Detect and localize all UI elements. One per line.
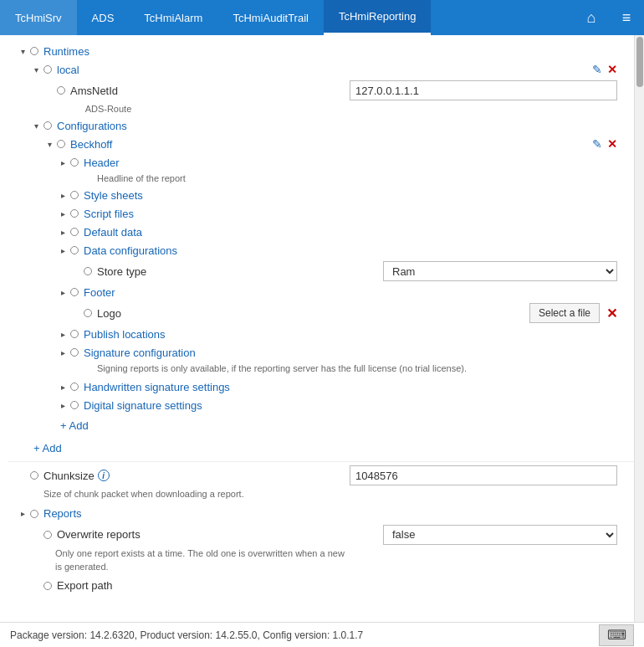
- menu-icon: ≡: [622, 9, 631, 27]
- storetype-dot: [84, 267, 92, 275]
- local-dot: [43, 65, 52, 74]
- configurations-row: ▾ Configurations: [8, 116, 634, 135]
- adsroute-label: ADS-Route: [8, 102, 634, 116]
- scrollbar[interactable]: [634, 35, 644, 622]
- tree-content: ▾ Runtimes ▾ local ✎ ✕ AmsNetId ADS-Rout…: [0, 35, 634, 622]
- tab-tchmiReporting[interactable]: TcHmiReporting: [324, 0, 431, 35]
- keyboard-icon: ⌨: [607, 627, 626, 643]
- scrollbar-thumb[interactable]: [636, 37, 643, 87]
- digitalsig-dot: [70, 401, 79, 409]
- logo-label: Logo: [97, 307, 121, 320]
- overwritereports-label: Overwrite reports: [57, 528, 141, 541]
- local-delete-icon[interactable]: ✕: [607, 63, 617, 76]
- footer-label[interactable]: Footer: [84, 286, 115, 299]
- status-text: Package version: 14.2.6320, Product vers…: [10, 629, 363, 641]
- signatureconfig-row: ▸ Signature configuration: [8, 343, 634, 362]
- signatureconfig-chevron[interactable]: ▸: [57, 347, 69, 358]
- dataconfigurations-row: ▸ Data configurations: [8, 241, 634, 259]
- stylesheets-dot: [70, 191, 79, 199]
- footer-dot: [70, 288, 79, 296]
- status-bar: Package version: 14.2.6320, Product vers…: [0, 622, 644, 647]
- menu-button[interactable]: ≡: [609, 0, 644, 35]
- scriptfiles-label[interactable]: Script files: [84, 208, 134, 220]
- logo-clear-icon[interactable]: ✕: [606, 306, 617, 321]
- amsnetid-label: AmsNetId: [70, 85, 118, 97]
- amsnetid-dot: [57, 86, 65, 95]
- chunksize-info-icon[interactable]: i: [98, 470, 110, 481]
- local-edit-icon[interactable]: ✎: [592, 63, 602, 76]
- exportpath-row: Export path: [8, 577, 634, 595]
- chunksize-note: Size of chunk packet when downloading a …: [8, 487, 634, 504]
- dataconfigurations-dot: [70, 246, 79, 254]
- runtimes-dot: [30, 47, 38, 55]
- runtimes-label[interactable]: Runtimes: [43, 45, 89, 58]
- dataconfigurations-label[interactable]: Data configurations: [84, 244, 177, 257]
- tab-tchmiAuditTrail[interactable]: TcHmiAuditTrail: [217, 0, 324, 35]
- overwritereports-note: Only one report exists at a time. The ol…: [8, 547, 360, 577]
- beckhoff-actions: ✎ ✕: [592, 137, 617, 151]
- logo-dot: [84, 309, 92, 317]
- stylesheets-chevron[interactable]: ▸: [57, 189, 69, 201]
- defaultdata-label[interactable]: Default data: [84, 226, 142, 239]
- add-beckhoff-row: + Add: [8, 414, 634, 437]
- header-chevron[interactable]: ▸: [57, 157, 69, 168]
- header-row: ▸ Header: [8, 153, 634, 172]
- publishlocations-dot: [70, 330, 79, 338]
- scriptfiles-row: ▸ Script files: [8, 204, 634, 223]
- digitalsig-row: ▸ Digital signature settings: [8, 396, 634, 414]
- defaultdata-chevron[interactable]: ▸: [57, 226, 69, 238]
- handwrittensig-row: ▸ Handwritten signature settings: [8, 377, 634, 396]
- stylesheets-row: ▸ Style sheets: [8, 186, 634, 204]
- tab-ads[interactable]: ADS: [77, 0, 130, 35]
- add-root-button[interactable]: + Add: [30, 439, 65, 458]
- tab-tchmiAlarm[interactable]: TcHmiAlarm: [129, 0, 217, 35]
- footer-row: ▸ Footer: [8, 283, 634, 301]
- local-label[interactable]: local: [57, 64, 79, 76]
- beckhoff-chevron[interactable]: ▾: [43, 138, 55, 150]
- beckhoff-label[interactable]: Beckhoff: [70, 138, 112, 151]
- signatureconfig-label[interactable]: Signature configuration: [84, 347, 196, 359]
- runtimes-chevron[interactable]: ▾: [17, 45, 28, 57]
- beckhoff-delete-icon[interactable]: ✕: [607, 137, 617, 151]
- publishlocations-chevron[interactable]: ▸: [57, 328, 69, 340]
- handwrittensig-label[interactable]: Handwritten signature settings: [84, 381, 230, 393]
- local-chevron[interactable]: ▾: [30, 64, 42, 75]
- add-root-row: + Add: [8, 437, 634, 460]
- configurations-chevron[interactable]: ▾: [30, 120, 42, 131]
- dataconfigurations-chevron[interactable]: ▸: [57, 244, 69, 256]
- select-file-button[interactable]: Select a file: [529, 303, 600, 323]
- handwrittensig-chevron[interactable]: ▸: [57, 381, 69, 393]
- footer-chevron[interactable]: ▸: [57, 286, 69, 298]
- amsnetid-input[interactable]: [350, 80, 617, 100]
- stylesheets-label[interactable]: Style sheets: [84, 189, 143, 202]
- storetype-select[interactable]: Ram Disk: [383, 261, 617, 281]
- scriptfiles-chevron[interactable]: ▸: [57, 208, 69, 219]
- chunksize-dot: [30, 471, 38, 480]
- reports-row: ▸ Reports: [8, 505, 634, 523]
- signatureconfig-dot: [70, 348, 79, 357]
- main-area: ▾ Runtimes ▾ local ✎ ✕ AmsNetId ADS-Rout…: [0, 35, 644, 622]
- keyboard-button[interactable]: ⌨: [599, 624, 634, 646]
- digitalsig-label[interactable]: Digital signature settings: [84, 399, 202, 412]
- reports-label[interactable]: Reports: [43, 507, 82, 520]
- add-root-label: + Add: [33, 442, 62, 454]
- chunksize-input[interactable]: [350, 465, 617, 485]
- add-beckhoff-label: + Add: [60, 419, 89, 432]
- home-button[interactable]: ⌂: [574, 0, 609, 35]
- overwritereports-select[interactable]: false true: [383, 525, 617, 545]
- exportpath-label: Export path: [57, 579, 113, 592]
- exportpath-dot: [43, 582, 52, 590]
- digitalsig-chevron[interactable]: ▸: [57, 399, 69, 411]
- logo-file-area: Select a file ✕: [529, 303, 617, 323]
- header-label[interactable]: Header: [84, 157, 120, 169]
- defaultdata-dot: [70, 228, 79, 236]
- configurations-label[interactable]: Configurations: [57, 120, 127, 132]
- tab-tchmiSrv[interactable]: TcHmiSrv: [0, 0, 77, 35]
- add-beckhoff-button[interactable]: + Add: [57, 416, 92, 435]
- reports-chevron[interactable]: ▸: [17, 508, 28, 520]
- defaultdata-row: ▸ Default data: [8, 223, 634, 241]
- publishlocations-label[interactable]: Publish locations: [84, 328, 166, 341]
- storetype-label: Store type: [97, 265, 146, 278]
- local-actions: ✎ ✕: [592, 63, 617, 76]
- beckhoff-edit-icon[interactable]: ✎: [592, 137, 602, 151]
